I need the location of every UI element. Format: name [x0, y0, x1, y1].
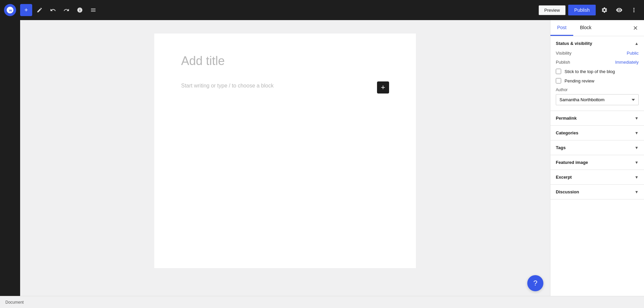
excerpt-title: Excerpt [556, 175, 572, 180]
categories-header[interactable]: Categories ▼ [550, 126, 644, 140]
pending-review-checkbox[interactable] [556, 78, 561, 83]
wp-logo[interactable] [4, 4, 16, 16]
top-toolbar: + Preview Publish [0, 0, 644, 20]
settings-button[interactable] [598, 4, 610, 16]
main-content: Add title Start writing or type / to cho… [0, 20, 644, 296]
categories-section: Categories ▼ [550, 126, 644, 140]
publish-value[interactable]: Immediately [615, 60, 639, 65]
post-title[interactable]: Add title [181, 54, 389, 68]
tags-section: Tags ▼ [550, 140, 644, 155]
excerpt-header[interactable]: Excerpt ▼ [550, 170, 644, 184]
featured-image-title: Featured image [556, 160, 588, 165]
document-status: Document [5, 300, 24, 305]
undo-button[interactable] [47, 4, 59, 16]
editor-body-area: Start writing or type / to choose a bloc… [181, 81, 389, 94]
featured-image-header[interactable]: Featured image ▼ [550, 155, 644, 170]
view-button[interactable] [613, 4, 625, 16]
publish-label: Publish [556, 60, 570, 65]
more-options-button[interactable] [628, 4, 640, 16]
status-bar: Document [0, 296, 644, 308]
editor-placeholder[interactable]: Start writing or type / to choose a bloc… [181, 81, 372, 90]
publish-row: Publish Immediately [556, 60, 639, 65]
categories-chevron: ▼ [635, 131, 639, 135]
status-visibility-body: Visibility Public Publish Immediately St… [550, 51, 644, 111]
edit-button[interactable] [34, 4, 46, 16]
discussion-section: Discussion ▼ [550, 185, 644, 199]
visibility-label: Visibility [556, 51, 572, 56]
permalink-header[interactable]: Permalink ▼ [550, 111, 644, 125]
pending-review-row: Pending review [556, 78, 639, 83]
discussion-chevron: ▼ [635, 190, 639, 194]
visibility-value[interactable]: Public [627, 51, 639, 56]
status-visibility-header[interactable]: Status & visibility ▲ [550, 36, 644, 51]
stick-to-top-row: Stick to the top of the blog [556, 69, 639, 74]
publish-button[interactable]: Publish [568, 5, 596, 15]
permalink-chevron: ▼ [635, 116, 639, 121]
permalink-title: Permalink [556, 116, 577, 121]
editor-area[interactable]: Add title Start writing or type / to cho… [20, 20, 550, 296]
toolbar-left: + [4, 4, 99, 16]
excerpt-section: Excerpt ▼ [550, 170, 644, 185]
add-block-button[interactable]: + [377, 81, 389, 94]
stick-to-top-checkbox[interactable] [556, 69, 561, 74]
categories-title: Categories [556, 130, 578, 135]
status-visibility-section: Status & visibility ▲ Visibility Public … [550, 36, 644, 111]
status-visibility-chevron: ▲ [635, 41, 639, 46]
tags-chevron: ▼ [635, 145, 639, 150]
tab-block[interactable]: Block [573, 20, 598, 36]
close-panel-button[interactable]: ✕ [629, 22, 641, 34]
tags-header[interactable]: Tags ▼ [550, 140, 644, 155]
info-button[interactable] [74, 4, 86, 16]
author-section: Author Samantha Northbottom [556, 87, 639, 105]
featured-image-section: Featured image ▼ [550, 155, 644, 170]
excerpt-chevron: ▼ [635, 175, 639, 180]
tools-button[interactable] [87, 4, 99, 16]
tab-post[interactable]: Post [550, 20, 573, 36]
add-block-toolbar-button[interactable]: + [20, 4, 32, 16]
author-select[interactable]: Samantha Northbottom [556, 94, 639, 105]
visibility-row: Visibility Public [556, 51, 639, 56]
status-visibility-title: Status & visibility [556, 41, 592, 46]
editor-content: Add title Start writing or type / to cho… [154, 34, 416, 268]
left-sidebar [0, 20, 20, 296]
redo-button[interactable] [60, 4, 72, 16]
toolbar-right: Preview Publish [539, 4, 640, 16]
tags-title: Tags [556, 145, 566, 150]
preview-button[interactable]: Preview [539, 5, 566, 15]
pending-review-label: Pending review [565, 78, 594, 83]
discussion-title: Discussion [556, 189, 579, 194]
discussion-header[interactable]: Discussion ▼ [550, 185, 644, 199]
author-label: Author [556, 87, 639, 92]
permalink-section: Permalink ▼ [550, 111, 644, 126]
featured-image-chevron: ▼ [635, 160, 639, 165]
panel-header: Post Block ✕ [550, 20, 644, 36]
help-button[interactable]: ? [527, 275, 543, 291]
stick-to-top-label: Stick to the top of the blog [565, 69, 615, 74]
right-panel: Post Block ✕ Status & visibility ▲ Visib… [550, 20, 644, 296]
